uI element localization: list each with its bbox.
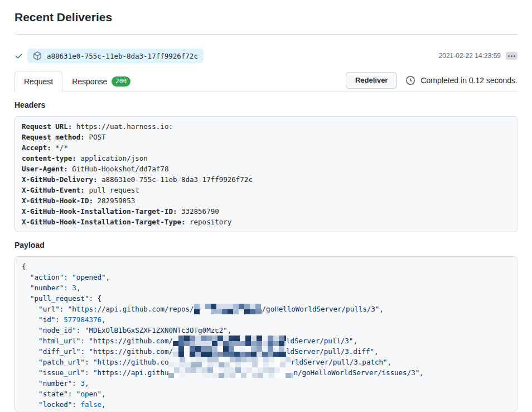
payload-line: "locked": false,: [22, 399, 510, 410]
check-icon: [14, 51, 23, 60]
redacted-text: [194, 304, 262, 314]
redacted-text: [173, 346, 286, 357]
tab-response[interactable]: Response 200: [62, 71, 140, 92]
header-line: content-type: application/json: [22, 153, 510, 164]
delivery-guid: a88631e0-755c-11eb-8da3-17ff9926f72c: [47, 52, 198, 60]
header-line: Accept: */*: [22, 142, 510, 153]
header-line: Request method: POST: [22, 132, 510, 142]
clock-icon: [406, 76, 415, 85]
page-title: Recent Deliveries: [14, 0, 518, 35]
redacted-text: [168, 357, 291, 367]
redacted-text: [173, 336, 286, 346]
payload-line: "state": "open",: [22, 389, 510, 399]
delivery-options-button[interactable]: [506, 52, 518, 60]
payload-line: "patch_url": "https://github.corldServer…: [22, 357, 510, 367]
delivery-row: a88631e0-755c-11eb-8da3-17ff9926f72c 202…: [14, 49, 518, 63]
delivery-success-icon: [14, 51, 23, 60]
tab-request[interactable]: Request: [14, 71, 62, 92]
payload-line: "issue_url": "https://api.githun/goHello…: [22, 367, 510, 378]
payload-line: "url": "https://api.github.com/repos//go…: [22, 304, 510, 314]
header-line: X-GitHub-Hook-Installation-Target-Type: …: [22, 217, 510, 227]
kebab-horizontal-icon: [508, 55, 510, 57]
payload-line: {: [22, 261, 510, 272]
delivery-timestamp: 2021-02-22 14:23:59: [439, 52, 501, 60]
redacted-text: [168, 367, 293, 378]
payload-line: "node_id": "MDExOlB1bGxSZXF1ZXN0NTc3OTg0…: [22, 325, 510, 336]
headers-box: Request URL: https://uat.harness.io:Requ…: [14, 116, 518, 232]
payload-line: "number": 3,: [22, 378, 510, 389]
header-line: X-GitHub-Event: pull_request: [22, 185, 510, 195]
delivery-guid-button[interactable]: a88631e0-755c-11eb-8da3-17ff9926f72c: [27, 49, 204, 63]
payload-line: "id": 577984376,: [22, 314, 510, 325]
payload-line: "pull_request": {: [22, 293, 510, 304]
header-line: User-Agent: GitHub-Hookshot/dd7af78: [22, 164, 510, 174]
header-line: X-GitHub-Hook-Installation-Target-ID: 33…: [22, 206, 510, 217]
delivery-tabbar: Request Response 200 Redeliver Completed…: [14, 71, 518, 92]
payload-line: "action": "opened",: [22, 272, 510, 282]
header-line: X-GitHub-Hook-ID: 282959053: [22, 195, 510, 206]
payload-box: { "action": "opened", "number": 3, "pull…: [14, 256, 518, 411]
header-line: X-GitHub-Delivery: a88631e0-755c-11eb-8d…: [22, 174, 510, 185]
kebab-dot: [514, 55, 515, 57]
header-line: Request URL: https://uat.harness.io:: [22, 121, 510, 132]
payload-line: "number": 3,: [22, 282, 510, 293]
redeliver-button[interactable]: Redeliver: [346, 72, 398, 89]
kebab-dot: [511, 55, 512, 57]
payload-line: "html_url": "https://github.com/ldServer…: [22, 336, 510, 346]
tab-response-label: Response: [72, 77, 107, 87]
recent-deliveries-panel: Recent Deliveries a88631e0-755c-11eb-8da…: [0, 0, 532, 411]
payload-section-title: Payload: [14, 241, 518, 250]
payload-line: "diff_url": "https://github.com/ldServer…: [22, 346, 510, 357]
package-icon: [33, 51, 42, 60]
tab-actions: Redeliver Completed in 0.12 seconds.: [346, 72, 518, 91]
response-status-badge: 200: [112, 76, 130, 87]
tab-request-label: Request: [24, 77, 53, 87]
completed-duration-text: Completed in 0.12 seconds.: [420, 76, 518, 85]
headers-section-title: Headers: [14, 100, 518, 109]
delivery-tabs: Request Response 200: [14, 71, 140, 92]
